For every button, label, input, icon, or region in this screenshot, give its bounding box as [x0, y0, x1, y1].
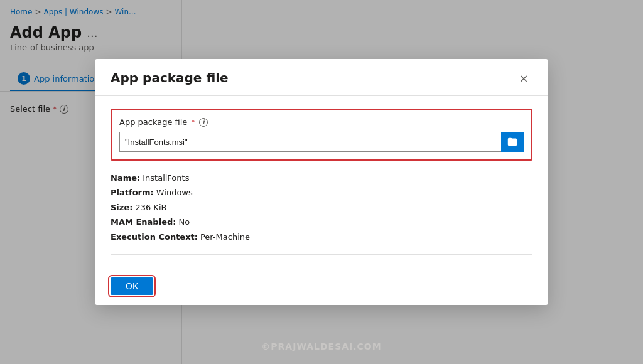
modal-header: App package file × [95, 59, 548, 96]
info-mam-label: MAM Enabled: [111, 215, 176, 229]
info-size-row: Size: 236 KiB [111, 200, 532, 215]
watermark: ©PRAJWALDESAI.COM [261, 341, 381, 351]
info-size-label: Size: [111, 200, 132, 215]
modal-body: App package file * i [95, 96, 548, 267]
info-execution-value: Per-Machine [200, 230, 250, 244]
modal-title: App package file [111, 70, 229, 85]
file-section-label: App package file [119, 117, 187, 127]
folder-icon [507, 136, 518, 147]
info-execution-row: Execution Context: Per-Machine [111, 230, 532, 244]
info-platform-row: Platform: Windows [111, 185, 532, 200]
ok-button[interactable]: OK [111, 277, 153, 295]
modal-divider [111, 254, 532, 255]
info-name-value: InstallFonts [143, 171, 189, 185]
file-info-section: Name: InstallFonts Platform: Windows Siz… [111, 171, 532, 244]
modal-dialog: App package file × App package file * i [95, 59, 548, 305]
info-execution-label: Execution Context: [111, 230, 198, 244]
modal-overlay: App package file × App package file * i [0, 0, 643, 364]
file-required-star: * [191, 117, 195, 127]
file-input-row [119, 132, 524, 152]
modal-footer: OK [95, 267, 548, 305]
file-path-input[interactable] [119, 132, 501, 152]
info-mam-row: MAM Enabled: No [111, 215, 532, 229]
info-name-label: Name: [111, 171, 140, 185]
modal-close-button[interactable]: × [515, 69, 532, 87]
info-size-value: 236 KiB [135, 200, 166, 215]
file-browse-button[interactable] [501, 132, 524, 152]
info-platform-value: Windows [156, 185, 193, 200]
file-label-row: App package file * i [119, 117, 524, 127]
file-info-icon[interactable]: i [199, 118, 208, 127]
info-platform-label: Platform: [111, 185, 154, 200]
info-name-row: Name: InstallFonts [111, 171, 532, 185]
info-mam-value: No [178, 215, 190, 229]
page-container: Home > Apps | Windows > Win... Add App .… [0, 0, 643, 364]
file-upload-section: App package file * i [111, 109, 532, 161]
